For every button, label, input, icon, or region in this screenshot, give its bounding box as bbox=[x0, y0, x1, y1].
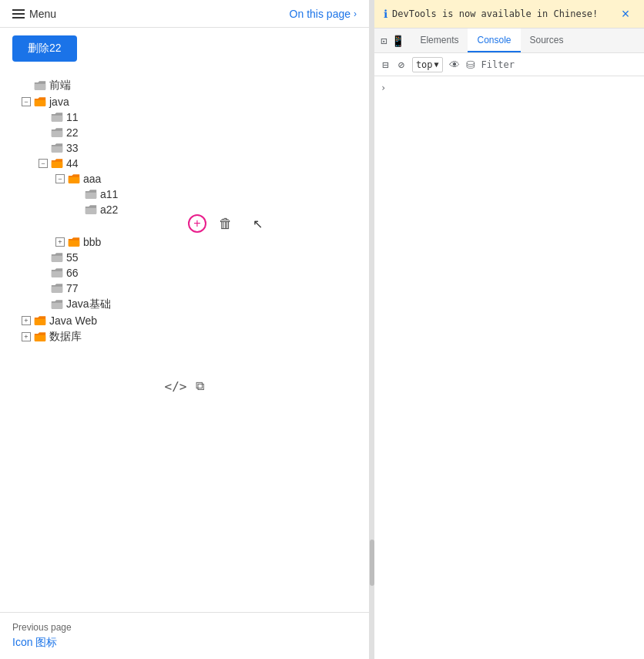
svg-rect-4 bbox=[52, 146, 62, 152]
clear-console-icon[interactable]: ⊘ bbox=[396, 57, 405, 72]
svg-rect-7 bbox=[86, 192, 96, 198]
top-context-dropdown[interactable]: top ▼ bbox=[412, 57, 443, 72]
tree-label-bbb: bbb bbox=[83, 236, 101, 248]
tree-node-bbb[interactable]: + bbb bbox=[52, 234, 357, 250]
tree-label-java: java bbox=[49, 96, 69, 108]
tree-node-66[interactable]: 66 bbox=[35, 265, 357, 281]
folder-gray-22-icon bbox=[50, 127, 64, 139]
devtools-notification-bar: ℹ DevTools is now available in Chinese! … bbox=[374, 0, 644, 29]
svg-rect-12 bbox=[52, 286, 62, 292]
menu-button[interactable]: Menu bbox=[12, 8, 56, 20]
file-tree: 前端 − java 11 bbox=[12, 74, 357, 348]
content-area: 删除22 前端 − java bbox=[0, 28, 369, 612]
previous-page-link[interactable]: Icon 图标 bbox=[12, 636, 57, 648]
tree-node-11[interactable]: 11 bbox=[35, 109, 357, 125]
folder-gray-a22-icon bbox=[84, 204, 98, 216]
folder-gray-java-basics-icon bbox=[50, 299, 64, 311]
tree-label-77: 77 bbox=[66, 282, 79, 294]
tree-label-java-web: Java Web bbox=[49, 314, 97, 327]
folder-orange-44-icon bbox=[50, 158, 64, 170]
sidebar-toggle-icon[interactable]: ⊟ bbox=[381, 57, 390, 72]
expand-java-web-button[interactable]: + bbox=[22, 316, 31, 325]
svg-rect-0 bbox=[35, 83, 45, 89]
folder-gray-66-icon bbox=[50, 267, 64, 279]
tree-node-aaa[interactable]: − aaa bbox=[52, 171, 357, 187]
inspect-icon[interactable]: ⊡ bbox=[381, 35, 387, 47]
tree-node-55[interactable]: 55 bbox=[35, 250, 357, 265]
on-this-page-label: On this page bbox=[290, 8, 351, 20]
hamburger-icon bbox=[12, 9, 25, 18]
folder-gray-33-icon bbox=[50, 143, 64, 154]
tree-node-a11[interactable]: a11 bbox=[69, 187, 357, 202]
previous-page-label: Previous page bbox=[12, 622, 357, 633]
tree-label-55: 55 bbox=[66, 251, 79, 264]
funnel-icon[interactable]: ⛁ bbox=[466, 59, 475, 71]
svg-rect-10 bbox=[52, 255, 62, 261]
code-icon[interactable]: </> bbox=[165, 379, 187, 394]
tree-label-33: 33 bbox=[66, 142, 79, 154]
svg-rect-14 bbox=[35, 318, 45, 324]
folder-orange-bbb-icon bbox=[67, 237, 81, 248]
top-bar: Menu On this page › bbox=[0, 0, 369, 28]
svg-rect-2 bbox=[52, 115, 62, 121]
tree-node-java-basics[interactable]: Java基础 bbox=[35, 296, 357, 313]
tree-label-a22: a22 bbox=[100, 203, 118, 216]
folder-gray-77-icon bbox=[50, 283, 64, 294]
tab-sources[interactable]: Sources bbox=[521, 29, 573, 52]
svg-rect-3 bbox=[52, 130, 62, 136]
notification-close-button[interactable]: × bbox=[616, 5, 635, 23]
add-icon[interactable]: + bbox=[188, 214, 206, 233]
tree-node-22[interactable]: 22 bbox=[35, 125, 357, 140]
collapse-java-button[interactable]: − bbox=[22, 97, 31, 106]
expand-bbb-button[interactable]: + bbox=[55, 237, 65, 247]
svg-rect-6 bbox=[69, 177, 79, 183]
dropdown-chevron-icon: ▼ bbox=[434, 60, 439, 69]
svg-rect-5 bbox=[52, 161, 62, 167]
tab-console[interactable]: Console bbox=[468, 29, 520, 52]
tree-node-77[interactable]: 77 bbox=[35, 281, 357, 296]
notification-text: DevTools is now available in Chinese! bbox=[392, 8, 612, 19]
svg-rect-9 bbox=[69, 240, 79, 246]
tree-label-66: 66 bbox=[66, 267, 79, 279]
devtools-icons: ⊡ 📱 bbox=[374, 35, 411, 47]
tree-node-java-web[interactable]: + Java Web bbox=[18, 313, 357, 328]
svg-rect-11 bbox=[52, 271, 62, 277]
device-icon[interactable]: 📱 bbox=[391, 35, 404, 47]
top-label: top bbox=[416, 59, 433, 70]
svg-rect-13 bbox=[52, 302, 62, 308]
tree-label-22: 22 bbox=[66, 126, 79, 139]
delete-icon[interactable]: 🗑 bbox=[219, 216, 233, 232]
collapse-44-button[interactable]: − bbox=[39, 159, 48, 168]
tree-label-qianduan: 前端 bbox=[49, 79, 71, 92]
tree-label-a11: a11 bbox=[100, 188, 118, 200]
devtools-tabs: ⊡ 📱 Elements Console Sources bbox=[374, 29, 644, 53]
svg-rect-8 bbox=[86, 207, 96, 214]
previous-page-section: Previous page Icon 图标 bbox=[0, 612, 369, 659]
tree-label-44: 44 bbox=[66, 157, 79, 170]
tree-node-database[interactable]: + 数据库 bbox=[18, 328, 357, 345]
tree-node-33[interactable]: 33 bbox=[35, 140, 357, 156]
tree-node-qianduan[interactable]: 前端 bbox=[18, 77, 357, 94]
tree-node-java[interactable]: − java bbox=[18, 94, 357, 109]
folder-orange-java-icon bbox=[33, 96, 47, 108]
copy-icon[interactable]: ⧉ bbox=[196, 379, 204, 394]
on-this-page-nav[interactable]: On this page › bbox=[290, 8, 357, 20]
bottom-icons: </> ⧉ bbox=[12, 379, 357, 394]
devtools-toolbar: ⊟ ⊘ top ▼ 👁 ⛁ Filter bbox=[374, 53, 644, 76]
expand-database-button[interactable]: + bbox=[22, 332, 31, 341]
info-icon: ℹ bbox=[384, 8, 387, 20]
left-panel: Menu On this page › 删除22 前端 − bbox=[0, 0, 370, 659]
tree-node-44[interactable]: − 44 bbox=[35, 156, 357, 171]
action-icons-row: + 🗑 ↖ bbox=[188, 214, 357, 233]
svg-rect-15 bbox=[35, 335, 45, 341]
folder-gray-11-icon bbox=[50, 112, 64, 123]
filter-label[interactable]: Filter bbox=[481, 59, 515, 70]
folder-gray-55-icon bbox=[50, 252, 64, 264]
delete-button[interactable]: 删除22 bbox=[12, 35, 77, 62]
folder-orange-database-icon bbox=[33, 331, 47, 343]
tab-elements[interactable]: Elements bbox=[411, 29, 468, 52]
chevron-right-icon: › bbox=[354, 8, 357, 19]
eye-icon[interactable]: 👁 bbox=[449, 59, 460, 71]
folder-gray-icon bbox=[33, 80, 47, 92]
collapse-aaa-button[interactable]: − bbox=[55, 174, 65, 183]
